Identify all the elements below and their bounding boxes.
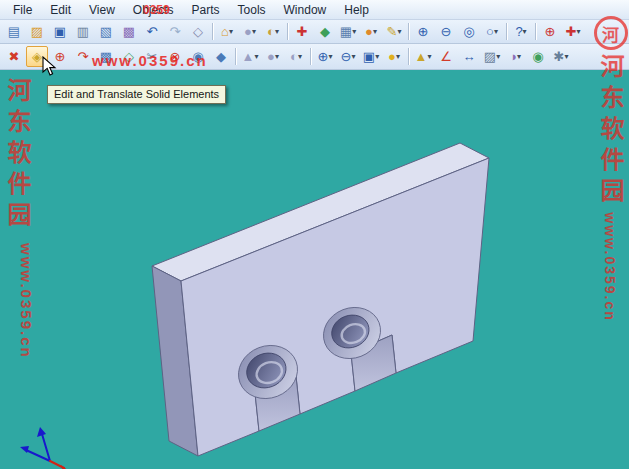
weld-entities-icon[interactable]: ⊗ [164, 46, 186, 67]
primitive-solids-icon[interactable]: ⌂▾ [216, 21, 238, 42]
surface-tool-icon[interactable]: ◐▾ [262, 21, 284, 42]
open-file-icon[interactable]: ▨ [26, 21, 48, 42]
measure-angle-icon[interactable]: ∠ [435, 46, 457, 67]
analyze-surface-dropdown-arrow-icon[interactable]: ▾ [496, 53, 500, 61]
revolve-solid-icon[interactable]: ●▾ [262, 46, 284, 67]
blend-ball-icon[interactable]: ●▾ [383, 46, 405, 67]
redo-glyph: ↷ [170, 25, 181, 38]
grid-snap-dropdown-arrow-icon[interactable]: ▾ [352, 28, 356, 36]
material-appearance-glyph: ◑ [509, 50, 517, 63]
zoom-in-icon[interactable]: ⊕ [412, 21, 434, 42]
save-icon[interactable]: ▣ [49, 21, 71, 42]
sketch-pencil-dropdown-arrow-icon[interactable]: ▾ [397, 28, 401, 36]
dimension-linear-icon[interactable]: ↔ [458, 46, 480, 67]
chamfer-edge-icon[interactable]: ◆ [210, 46, 232, 67]
new-file-icon[interactable]: ▤ [3, 21, 25, 42]
copy-icon[interactable]: ▧ [95, 21, 117, 42]
shell-solid-dropdown-arrow-icon[interactable]: ▾ [375, 53, 379, 61]
toolbar-separator [310, 48, 311, 65]
grid-snap-glyph: ▦ [340, 25, 352, 38]
viewport[interactable] [0, 70, 629, 469]
zoom-selected-icon[interactable]: ⊕ [539, 21, 561, 42]
cylinder-tool-glyph: ● [244, 25, 252, 38]
render-scene-icon[interactable]: ◉ [527, 46, 549, 67]
menu-item-help[interactable]: Help [335, 1, 378, 19]
toolbar-separator [287, 23, 288, 40]
cube-wireframe-icon[interactable]: ◇ [187, 21, 209, 42]
analyze-surface-icon[interactable]: ▨▾ [481, 46, 503, 67]
edit-translate-solids-icon[interactable]: ◈ [26, 46, 48, 67]
delete-entity-glyph: ✖ [9, 50, 20, 63]
pan-view-icon[interactable]: ✚▾ [562, 21, 584, 42]
material-appearance-icon[interactable]: ◑▾ [504, 46, 526, 67]
trim-scissors-icon[interactable]: ✂ [141, 46, 163, 67]
zoom-window-icon[interactable]: ◎ [458, 21, 480, 42]
zoom-extents-icon[interactable]: ○▾ [481, 21, 503, 42]
cone-primitive-dropdown-arrow-icon[interactable]: ▾ [427, 53, 431, 61]
pan-view-dropdown-arrow-icon[interactable]: ▾ [576, 28, 580, 36]
cylinder-tool-dropdown-arrow-icon[interactable]: ▾ [252, 28, 256, 36]
options-settings-dropdown-arrow-icon[interactable]: ▾ [564, 53, 568, 61]
blend-ball-dropdown-arrow-icon[interactable]: ▾ [396, 53, 400, 61]
print-icon[interactable]: ▥ [72, 21, 94, 42]
zoom-selected-glyph: ⊕ [545, 25, 556, 38]
boolean-union-glyph: ⊕ [318, 50, 329, 63]
help-pointer-icon[interactable]: ?▾ [510, 21, 532, 42]
menu-item-edit[interactable]: Edit [41, 1, 80, 19]
boolean-subtract-dropdown-arrow-icon[interactable]: ▾ [351, 53, 355, 61]
sphere-tool-dropdown-arrow-icon[interactable]: ▾ [373, 28, 377, 36]
primitive-solids-glyph: ⌂ [221, 25, 229, 38]
trim-scissors-glyph: ✂ [147, 50, 158, 63]
zoom-extents-dropdown-arrow-icon[interactable]: ▾ [494, 28, 498, 36]
toolbar-separator [212, 23, 213, 40]
add-line-icon[interactable]: ◆ [314, 21, 336, 42]
help-pointer-dropdown-arrow-icon[interactable]: ▾ [523, 28, 527, 36]
boolean-union-dropdown-arrow-icon[interactable]: ▾ [328, 53, 332, 61]
menu-item-parts[interactable]: Parts [183, 1, 229, 19]
sketch-pencil-icon[interactable]: ✎▾ [383, 21, 405, 42]
print-glyph: ▥ [77, 25, 89, 38]
undo-icon[interactable]: ↶ [141, 21, 163, 42]
align-entities-icon[interactable]: ▩ [95, 46, 117, 67]
move-solid-icon[interactable]: ⊕ [49, 46, 71, 67]
zoom-out-icon[interactable]: ⊖ [435, 21, 457, 42]
cylinder-tool-icon[interactable]: ●▾ [239, 21, 261, 42]
paste-glyph: ▩ [123, 25, 135, 38]
redo-icon[interactable]: ↷ [164, 21, 186, 42]
zoom-out-glyph: ⊖ [441, 25, 452, 38]
sweep-solid-icon[interactable]: ◐▾ [285, 46, 307, 67]
paste-icon[interactable]: ▩ [118, 21, 140, 42]
cone-primitive-icon[interactable]: ▲▾ [412, 46, 434, 67]
extrude-solid-icon[interactable]: ▲▾ [239, 46, 261, 67]
menu-item-window[interactable]: Window [275, 1, 336, 19]
rotate-solid-glyph: ↷ [78, 50, 89, 63]
extrude-solid-dropdown-arrow-icon[interactable]: ▾ [254, 53, 258, 61]
fillet-edge-icon[interactable]: ◉ [187, 46, 209, 67]
grid-snap-icon[interactable]: ▦▾ [337, 21, 359, 42]
rotate-solid-icon[interactable]: ↷ [72, 46, 94, 67]
shell-solid-icon[interactable]: ▣▾ [360, 46, 382, 67]
sweep-solid-dropdown-arrow-icon[interactable]: ▾ [298, 53, 302, 61]
menu-item-file[interactable]: File [4, 1, 41, 19]
menu-item-tools[interactable]: Tools [229, 1, 275, 19]
options-settings-icon[interactable]: ✱▾ [550, 46, 572, 67]
measure-angle-glyph: ∠ [440, 50, 452, 63]
material-appearance-dropdown-arrow-icon[interactable]: ▾ [517, 53, 521, 61]
sphere-tool-icon[interactable]: ●▾ [360, 21, 382, 42]
surface-tool-glyph: ◐ [267, 25, 275, 38]
primitive-solids-dropdown-arrow-icon[interactable]: ▾ [229, 28, 233, 36]
menu-item-objects[interactable]: Objects [124, 1, 183, 19]
dimension-linear-glyph: ↔ [463, 50, 476, 63]
add-point-icon[interactable]: ✚ [291, 21, 313, 42]
zoom-extents-glyph: ○ [486, 25, 494, 38]
add-point-glyph: ✚ [297, 25, 308, 38]
help-pointer-glyph: ? [515, 25, 522, 38]
boolean-subtract-icon[interactable]: ⊖▾ [337, 46, 359, 67]
revolve-solid-dropdown-arrow-icon[interactable]: ▾ [275, 53, 279, 61]
delete-entity-icon[interactable]: ✖ [3, 46, 25, 67]
boolean-union-icon[interactable]: ⊕▾ [314, 46, 336, 67]
menu-item-view[interactable]: View [80, 1, 124, 19]
sketch-pencil-glyph: ✎ [387, 25, 398, 38]
surface-tool-dropdown-arrow-icon[interactable]: ▾ [275, 28, 279, 36]
stretch-entity-icon[interactable]: ◇ [118, 46, 140, 67]
